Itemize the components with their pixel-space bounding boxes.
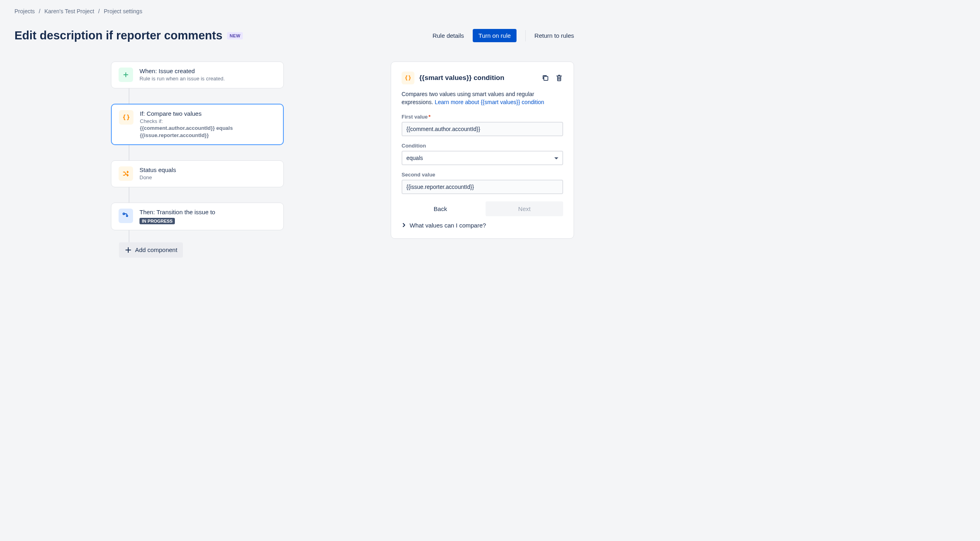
page-header: Edit description if reporter comments NE… [14, 29, 574, 42]
connector [129, 187, 129, 203]
second-value-input[interactable] [402, 180, 563, 194]
turn-on-rule-button[interactable]: Turn on rule [473, 29, 516, 42]
connector [129, 145, 129, 160]
braces-icon [119, 110, 133, 125]
condition-editor-panel: {{smart values}} condition Compares two … [391, 61, 574, 239]
plus-icon [119, 68, 133, 82]
breadcrumb-sep: / [39, 8, 41, 14]
first-value-input[interactable] [402, 122, 563, 136]
trigger-node[interactable]: When: Issue created Rule is run when an … [111, 61, 284, 88]
action-title: Then: Transition the issue to [139, 209, 276, 215]
add-component-label: Add component [135, 246, 177, 253]
condition1-sub: Checks if: {{comment.author.accountId}} … [140, 118, 276, 139]
return-to-rules-link[interactable]: Return to rules [535, 32, 574, 39]
trash-icon[interactable] [555, 74, 563, 82]
panel-title: {{smart values}} condition [419, 74, 537, 82]
breadcrumb-sep: / [98, 8, 100, 14]
condition-select[interactable]: equals [402, 151, 563, 165]
condition-status-node[interactable]: Status equals Done [111, 160, 284, 187]
condition2-title: Status equals [139, 166, 276, 173]
new-badge: NEW [227, 32, 243, 39]
expand-help-row[interactable]: What values can I compare? [402, 222, 563, 229]
connector [129, 88, 129, 104]
shuffle-icon [119, 166, 133, 181]
braces-icon [402, 72, 414, 84]
breadcrumb-project-settings[interactable]: Project settings [104, 8, 142, 14]
action-transition-node[interactable]: Then: Transition the issue to IN PROGRES… [111, 203, 284, 230]
breadcrumb-project-name[interactable]: Karen's Test Project [44, 8, 94, 14]
learn-more-link[interactable]: Learn more about {{smart values}} condit… [435, 99, 544, 105]
panel-description: Compares two values using smart values a… [402, 90, 563, 107]
second-value-label: Second value [402, 172, 563, 178]
condition2-sub: Done [139, 174, 276, 181]
rule-details-link[interactable]: Rule details [433, 32, 464, 39]
copy-icon[interactable] [541, 74, 549, 82]
trigger-title: When: Issue created [139, 68, 276, 74]
page-title: Edit description if reporter comments [14, 29, 222, 42]
rule-chain: When: Issue created Rule is run when an … [111, 61, 284, 258]
flow-icon [119, 209, 133, 223]
add-component-button[interactable]: Add component [119, 242, 183, 258]
connector [129, 230, 129, 242]
expand-help-label: What values can I compare? [410, 222, 486, 229]
first-value-label: First value* [402, 114, 563, 120]
svg-rect-1 [544, 76, 548, 80]
breadcrumb: Projects / Karen's Test Project / Projec… [14, 8, 574, 14]
trigger-sub: Rule is run when an issue is created. [139, 75, 276, 82]
divider [525, 30, 526, 41]
plus-icon [125, 246, 132, 254]
condition-compare-node[interactable]: If: Compare two values Checks if: {{comm… [111, 104, 284, 145]
breadcrumb-projects[interactable]: Projects [14, 8, 35, 14]
status-lozenge: IN PROGRESS [139, 218, 175, 224]
next-button[interactable]: Next [486, 201, 563, 216]
condition-label: Condition [402, 143, 563, 149]
condition1-title: If: Compare two values [140, 110, 276, 117]
chevron-right-icon [402, 223, 406, 227]
back-button[interactable]: Back [402, 201, 479, 216]
